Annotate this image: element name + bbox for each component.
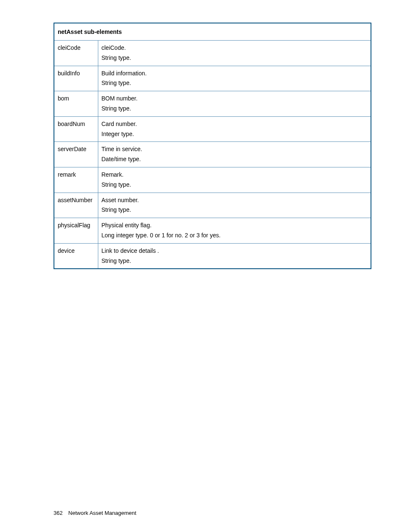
element-description: BOM number. String type. [98, 91, 371, 117]
table-row: boardNum Card number. Integer type. [54, 116, 371, 142]
section-title: Network Asset Management [68, 510, 136, 516]
element-description: Time in service. Date/time type. [98, 142, 371, 167]
element-name: boardNum [54, 116, 98, 142]
netasset-sub-elements-table: netAsset sub-elements cleiCode cleiCode.… [54, 23, 371, 269]
table-row: cleiCode cleiCode. String type. [54, 41, 371, 66]
table-row: buildInfo Build information. String type… [54, 66, 371, 91]
element-description: Card number. Integer type. [98, 116, 371, 142]
element-name: remark [54, 167, 98, 193]
page-footer: 362 Network Asset Management [54, 510, 136, 516]
element-name: cleiCode [54, 41, 98, 66]
element-description: Build information. String type. [98, 66, 371, 91]
element-description: cleiCode. String type. [98, 41, 371, 66]
table-header: netAsset sub-elements [54, 23, 371, 41]
table-row: assetNumber Asset number. String type. [54, 193, 371, 218]
element-name: physicalFlag [54, 218, 98, 244]
table-row: remark Remark. String type. [54, 167, 371, 193]
element-name: bom [54, 91, 98, 117]
element-name: device [54, 243, 98, 269]
element-name: serverDate [54, 142, 98, 167]
element-name: assetNumber [54, 193, 98, 218]
element-description: Link to device details . String type. [98, 243, 371, 269]
element-description: Asset number. String type. [98, 193, 371, 218]
element-description: Remark. String type. [98, 167, 371, 193]
table-row: serverDate Time in service. Date/time ty… [54, 142, 371, 167]
page-number: 362 [54, 510, 63, 516]
table-row: physicalFlag Physical entity flag. Long … [54, 218, 371, 244]
element-description: Physical entity flag. Long integer type.… [98, 218, 371, 244]
element-name: buildInfo [54, 66, 98, 91]
table-row: device Link to device details . String t… [54, 243, 371, 269]
table-row: bom BOM number. String type. [54, 91, 371, 117]
